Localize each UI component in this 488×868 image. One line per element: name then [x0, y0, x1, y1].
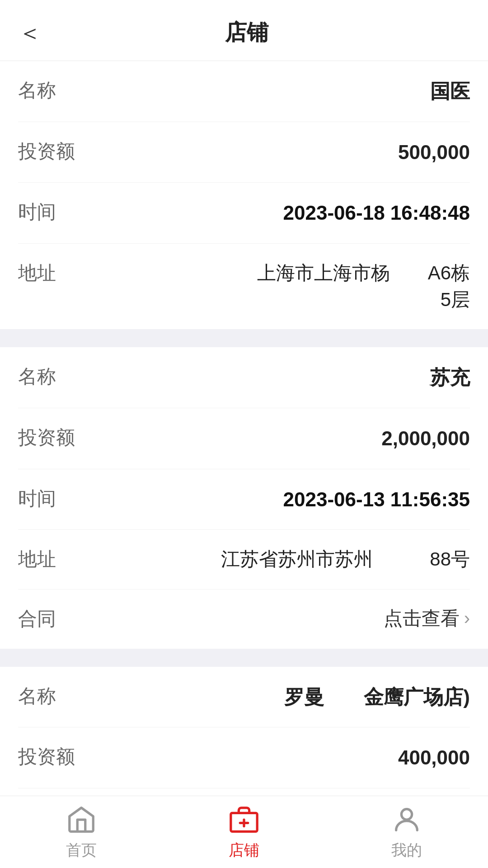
investment-value-3: 400,000 [81, 744, 470, 772]
tab-store[interactable]: 店铺 [163, 799, 325, 865]
time-value-1: 2023-06-18 16:48:48 [81, 199, 470, 227]
store-1-time-row: 时间 2023-06-18 16:48:48 [18, 183, 470, 244]
header: ＜ 店铺 [0, 0, 488, 61]
investment-value-1: 500,000 [81, 138, 470, 166]
store-1-address-row: 地址 上海市上海市杨 A6栋5层 [18, 244, 470, 330]
separator-2 [0, 658, 488, 667]
store-2-time-row: 时间 2023-06-13 11:56:35 [18, 469, 470, 530]
store-icon [228, 804, 260, 835]
investment-label-2: 投资额 [18, 425, 81, 451]
address-value-1: 上海市上海市杨 A6栋5层 [81, 260, 470, 313]
name-label-1: 名称 [18, 77, 81, 104]
contract-link-text-2: 点击查看 [384, 606, 460, 631]
user-icon [391, 804, 422, 835]
time-value-2: 2023-06-13 11:56:35 [81, 486, 470, 514]
tab-home-label: 首页 [66, 840, 97, 861]
back-button[interactable]: ＜ [18, 21, 51, 44]
tab-store-label: 店铺 [229, 840, 259, 861]
store-2-address-row: 地址 江苏省苏州市苏州 88号 [18, 530, 470, 590]
store-1-investment-row: 投资额 500,000 [18, 122, 470, 183]
tab-mine-label: 我的 [391, 840, 422, 861]
time-label-2: 时间 [18, 486, 81, 512]
store-1-name-row: 名称 国医 [18, 61, 470, 122]
tab-home[interactable]: 首页 [0, 799, 163, 865]
contract-label-2: 合同 [18, 606, 81, 632]
contract-link-2[interactable]: 点击查看 › [384, 606, 470, 631]
name-value-2: 苏充 [81, 363, 470, 392]
investment-label-3: 投资额 [18, 744, 81, 770]
store-2-name-row: 名称 苏充 [18, 347, 470, 408]
store-list: 名称 国医 投资额 500,000 时间 2023-06-18 16:48:48… [0, 61, 488, 868]
separator-1 [0, 338, 488, 347]
chevron-right-icon-2: › [464, 608, 470, 628]
page-title: 店铺 [51, 18, 443, 47]
tab-mine[interactable]: 我的 [325, 799, 488, 865]
svg-point-3 [401, 809, 412, 819]
home-icon [66, 804, 97, 835]
name-value-3: 罗曼 金鹰广场店) [81, 683, 470, 711]
store-2-contract-row[interactable]: 合同 点击查看 › [18, 590, 470, 649]
store-2-investment-row: 投资额 2,000,000 [18, 408, 470, 469]
address-label-1: 地址 [18, 260, 81, 287]
name-value-1: 国医 [81, 77, 470, 105]
investment-value-2: 2,000,000 [81, 425, 470, 453]
store-card-2: 名称 苏充 投资额 2,000,000 时间 2023-06-13 11:56:… [0, 347, 488, 648]
tabbar: 首页 店铺 我的 [0, 796, 488, 868]
address-label-2: 地址 [18, 546, 81, 573]
address-value-2: 江苏省苏州市苏州 88号 [81, 546, 470, 573]
name-label-3: 名称 [18, 683, 81, 710]
store-3-name-row: 名称 罗曼 金鹰广场店) [18, 667, 470, 728]
investment-label-1: 投资额 [18, 138, 81, 165]
store-card-1: 名称 国医 投资额 500,000 时间 2023-06-18 16:48:48… [0, 61, 488, 329]
store-3-investment-row: 投资额 400,000 [18, 727, 470, 788]
time-label-1: 时间 [18, 199, 81, 226]
name-label-2: 名称 [18, 363, 81, 390]
